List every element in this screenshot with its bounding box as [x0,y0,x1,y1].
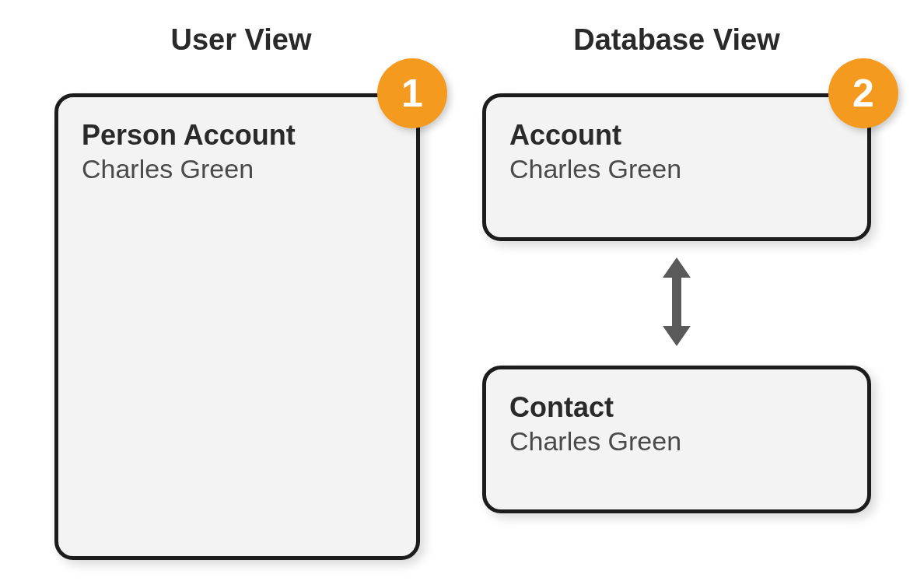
person-account-name: Charles Green [82,152,393,186]
person-account-card: Person Account Charles Green [54,93,420,560]
user-view-title: User View [54,23,428,57]
account-card: Account Charles Green [482,93,871,241]
contact-card: Contact Charles Green [482,366,871,513]
badge-two: 2 [828,58,898,128]
badge-one: 1 [377,58,447,128]
bidirectional-arrow-icon [649,247,704,356]
person-account-title: Person Account [82,119,393,151]
database-view-title: Database View [482,23,871,57]
contact-name: Charles Green [509,425,844,458]
account-title: Account [509,119,844,151]
account-name: Charles Green [509,152,844,186]
contact-title: Contact [509,391,844,423]
